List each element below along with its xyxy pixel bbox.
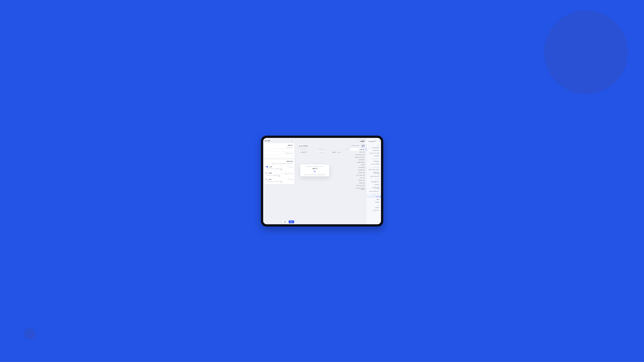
field-date-row: اختياري تاريخ واحد التاريخ سيتمكن الموظف… <box>266 171 293 176</box>
sidebar-item[interactable]: المهام <box>367 198 380 201</box>
row-category: كل الموظفين <box>297 151 310 153</box>
details-heading: تفاصيل الطلب <box>266 160 293 162</box>
type-item[interactable]: طلب خروج وعودة <box>350 184 366 187</box>
sidebar-group-title: الطلبات والموافقات <box>366 193 381 195</box>
sidebar-item[interactable]: التطبيقات <box>367 206 380 209</box>
info-icon <box>314 171 315 172</box>
default-chip: افتراضي <box>336 151 342 153</box>
sidebar-item[interactable]: الاستقطاع والدفع <box>367 180 380 183</box>
sidebar-topbar: J الرئيسية <box>366 138 381 143</box>
approval-type-chip: جميع أنواع الإجازات <box>316 151 326 153</box>
add-branch-button[interactable]: إضافة فرع <box>298 144 311 147</box>
sidebar-item[interactable]: العمل الإضافي والاستئذان <box>367 171 380 175</box>
col-approval: نوع الموافقة <box>312 148 331 149</box>
main-area: الإعدادات / الطلبات الطلبات الأنواع سلسل… <box>295 138 366 224</box>
tablet-frame: J الرئيسية المنشأة الهيكل التنظيمي ملف ا… <box>261 136 383 226</box>
sidebar-scroll: المنشأة الهيكل التنظيمي ملف الموظف قوالب… <box>366 143 381 211</box>
reason-title: السبب <box>269 166 272 167</box>
sidebar-group-title: المنشأة <box>366 143 381 146</box>
preview-note: سيتمكن الموظفون من إرسال هذا الطلب بدون … <box>304 174 326 175</box>
settings-sidebar: J الرئيسية المنشأة الهيكل التنظيمي ملف ا… <box>366 138 381 224</box>
type-item[interactable]: طلب إجازة <box>350 148 366 151</box>
sidebar-item-requests[interactable]: الطلبات <box>367 195 380 198</box>
field-reason-row: اختياري السبب سيتمكن الموظفون من إضافة س… <box>266 165 293 170</box>
sidebar-item[interactable]: ملف الموظف <box>367 149 380 151</box>
date-desc: سيتمكن الموظفون من تحديد تاريخ للطلب <box>266 174 280 176</box>
sidebar-item[interactable]: أنواع الإجازات <box>367 160 380 162</box>
col-name: الاسم <box>332 148 348 149</box>
type-item[interactable]: طلب التصحيح <box>350 169 366 171</box>
sidebar-item[interactable]: المدفوعات <box>367 183 380 186</box>
request-types-list: طلب إجازة طلب سلفة طلب مصاريف مالية مراج… <box>350 147 366 224</box>
date-single-label: تاريخ واحد <box>284 172 287 174</box>
date-optional-label: اختياري <box>290 173 293 174</box>
tabs: الأنواع سلسلة الموافقات إضافة فرع <box>297 144 364 147</box>
type-item[interactable]: مراجعة مسير الرواتب <box>350 156 366 158</box>
breadcrumb: الإعدادات / الطلبات <box>297 139 364 140</box>
sidebar-item[interactable]: الهيكل التنظيمي <box>367 146 380 149</box>
sidebar-item[interactable]: عرض فروقات الرواتب <box>367 190 380 192</box>
sidebar-item[interactable]: أنواع العهد <box>367 154 380 157</box>
table-row[interactable]: افتراضي Default جميع أنواع الإجازات كل ا… <box>295 150 350 154</box>
collapse-sidebar-button[interactable] <box>365 142 367 144</box>
new-request-drawer: طلب جديد اسم الطلب الاسم بالإنجليزية الا… <box>263 138 295 224</box>
sidebar-group-title: مسير الرواتب <box>366 178 381 180</box>
sidebar-item[interactable]: قوالب تحديث البيانات <box>367 152 380 154</box>
type-item[interactable]: طلب استقالة <box>350 179 366 181</box>
attach-toggle[interactable] <box>266 179 268 180</box>
tab-types[interactable]: الأنواع <box>362 144 364 147</box>
sidebar-item[interactable]: ملفات الربط <box>367 209 380 211</box>
sidebar-item[interactable]: الخطابات <box>367 201 380 203</box>
name-heading: اسم الطلب <box>266 144 293 146</box>
close-drawer-button[interactable] <box>290 139 294 142</box>
tab-approval-chain[interactable]: سلسلة الموافقات <box>351 144 360 147</box>
type-item[interactable]: طلب أوفرتايم <box>350 166 366 169</box>
type-item[interactable]: طلب تغيير معلومات الموظف <box>350 187 366 190</box>
table-head: الاسم نوع الموافقة المستفيد <box>295 147 350 150</box>
date-single-checkbox[interactable] <box>282 173 283 174</box>
plus-icon <box>308 145 310 146</box>
reason-optional-checkbox[interactable] <box>288 166 289 167</box>
save-button[interactable]: حفظ <box>288 220 294 223</box>
drawer-footer: حفظ إلغاء <box>264 219 294 223</box>
type-item[interactable]: طلب مهمات عمل <box>350 174 366 176</box>
type-item[interactable]: طلب إستئذان <box>350 171 366 174</box>
home-icon <box>376 140 377 141</box>
reason-toggle[interactable] <box>266 166 268 167</box>
logo: J <box>379 140 380 141</box>
type-item[interactable]: مخالصة إجازة <box>350 158 366 161</box>
attach-optional-checkbox[interactable] <box>288 179 289 180</box>
reason-optional-label: اختياري <box>290 166 293 167</box>
date-optional-checkbox[interactable] <box>288 173 289 174</box>
sidebar-item[interactable]: العطلات الرسمية <box>367 163 380 165</box>
details-card: تفاصيل الطلب اختر الحقول التي ستظهر للمو… <box>264 159 294 184</box>
type-item[interactable]: طلب توظيف <box>350 181 366 184</box>
sidebar-group-title: الربط <box>366 203 381 206</box>
type-item[interactable]: طلب مصاريف مالية <box>350 153 366 156</box>
decorative-circle-small <box>24 328 36 340</box>
name-en-input[interactable] <box>266 149 293 151</box>
app-screen: J الرئيسية المنشأة الهيكل التنظيمي ملف ا… <box>263 138 381 224</box>
decorative-circle-big <box>544 10 628 94</box>
cancel-button[interactable]: إلغاء <box>282 220 288 223</box>
preview-name: اسم الطلب <box>312 168 318 169</box>
type-item[interactable]: طلب عهدة <box>350 176 366 179</box>
attach-desc: سيتمكن الموظفون من إضافة مرفقات إلى الطل… <box>266 180 282 183</box>
approval-chain-table: الاسم نوع الموافقة المستفيد افتراضي Defa… <box>295 147 350 224</box>
reason-desc: سيتمكن الموظفون من إضافة سبب لهذا الطلب <box>266 168 282 170</box>
main-header: الإعدادات / الطلبات الطلبات الأنواع سلسل… <box>295 138 366 147</box>
sidebar-item[interactable]: تأثيرات الحضور والانصراف <box>367 186 380 190</box>
attach-title: مرفق <box>269 179 272 180</box>
drawer-title: طلب جديد <box>264 140 270 141</box>
type-item[interactable]: المخالصة النهائية <box>350 161 366 163</box>
home-button[interactable]: الرئيسية <box>367 139 378 142</box>
info-icon-badge <box>313 170 316 173</box>
sidebar-item[interactable]: الدوامات وفترات العمل <box>367 168 380 171</box>
content-row: طلب إجازة طلب سلفة طلب مصاريف مالية مراج… <box>295 147 366 224</box>
sidebar-group-title: الإجازات والعطلات <box>366 157 381 160</box>
type-item[interactable]: الخطابات <box>350 163 366 166</box>
name-ar-input[interactable] <box>266 154 293 157</box>
type-item[interactable]: طلب سلفة <box>350 151 366 153</box>
date-toggle[interactable] <box>266 172 268 174</box>
sidebar-item[interactable]: آلية تسجيل الحضور <box>367 175 380 177</box>
